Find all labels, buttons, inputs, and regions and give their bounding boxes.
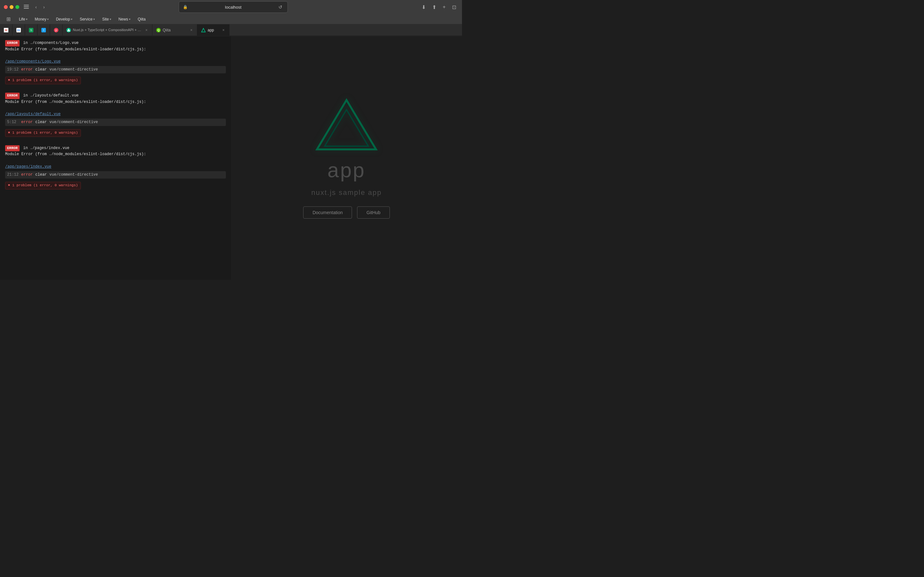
split-view-button[interactable]: ⊡ — [450, 3, 458, 11]
error-badge-2: ERROR — [5, 93, 19, 99]
directive-3: vue/comment-directive — [49, 172, 98, 178]
qiita-favicon: Q — [156, 28, 161, 32]
svg-rect-2 — [24, 8, 29, 9]
app-buttons: Documentation GitHub — [303, 206, 390, 219]
nav-arrow-service: ▾ — [94, 18, 95, 21]
keyword-error-1: error — [21, 67, 33, 73]
problem-line-1: ✖ 1 problem (1 error, 0 warnings) — [5, 77, 81, 84]
directive-2: vue/comment-directive — [49, 119, 98, 125]
code-line-1: 19:12 error clear vue/comment-directive — [5, 66, 226, 73]
back-button[interactable]: ‹ — [33, 3, 39, 11]
tab-close-nuxt[interactable]: × — [145, 28, 148, 32]
nuxt-favicon — [66, 28, 71, 32]
error-block-2: ERROR in ./layouts/default.vue Module Er… — [5, 93, 226, 139]
error-block-1: ERROR in ./components/Logo.vue Module Er… — [5, 40, 226, 86]
tab-close-qiita[interactable]: × — [190, 28, 193, 32]
sheets-favicon: S — [29, 28, 33, 32]
line-number-1: 19:12 — [7, 67, 19, 73]
shield-icon: 🔒 — [183, 5, 188, 9]
tab-sheets[interactable]: S — [25, 24, 37, 35]
nav-label-develop: Develop — [56, 17, 70, 21]
nav-arrow-money: ▾ — [47, 18, 49, 21]
gmail-favicon: M — [4, 28, 8, 32]
problem-line-3: ✖ 1 problem (1 error, 0 warnings) — [5, 182, 81, 189]
tab-close-app[interactable]: × — [222, 28, 225, 32]
new-tab-button[interactable]: + — [441, 3, 447, 11]
nav-item-life[interactable]: Life ▾ — [16, 16, 31, 23]
app-subtitle-display: nuxt.js sample app — [311, 189, 381, 197]
problem-line-2: ✖ 1 problem (1 error, 0 warnings) — [5, 129, 81, 137]
reload-button[interactable]: ↺ — [277, 3, 284, 11]
keyword-clear-3: clear — [35, 172, 47, 178]
tab-bar: M 31 S t p Nuxt.js + TypeScript + Compos… — [0, 24, 462, 36]
close-button[interactable] — [4, 5, 8, 9]
svg-marker-7 — [325, 110, 368, 146]
svg-rect-0 — [24, 5, 29, 5]
content-area: ERROR in ./components/Logo.vue Module Er… — [0, 36, 462, 280]
app-preview-pane: app nuxt.js sample app Documentation Git… — [231, 36, 462, 280]
nuxt-triangle-logo — [314, 97, 379, 152]
line-number-2: 5:12 — [7, 119, 19, 125]
nav-label-service: Service — [79, 17, 92, 21]
pocket-favicon: p — [54, 28, 58, 32]
problem-text-2: ✖ 1 problem (1 error, 0 warnings) — [8, 130, 78, 136]
tab-label-nuxt: Nuxt.js + TypeScript + CompositionAPI + … — [73, 27, 143, 32]
maximize-button[interactable] — [15, 5, 19, 9]
tab-calendar[interactable]: 31 — [13, 24, 25, 35]
nav-label-qiita: Qiita — [137, 17, 145, 21]
tab-nuxt[interactable]: Nuxt.js + TypeScript + CompositionAPI + … — [63, 24, 152, 35]
forward-button[interactable]: › — [41, 3, 47, 11]
module-error-2: Module Error (from ./node_modules/eslint… — [5, 99, 226, 105]
tab-app[interactable]: app × — [197, 24, 229, 35]
nav-label-site: Site — [102, 17, 109, 21]
keyword-clear-1: clear — [35, 67, 47, 73]
nav-item-qiita[interactable]: Qiita — [134, 16, 149, 23]
problem-text-3: ✖ 1 problem (1 error, 0 warnings) — [8, 183, 78, 189]
nav-item-develop[interactable]: Develop ▾ — [53, 16, 76, 23]
calendar-favicon: 31 — [16, 28, 21, 32]
nav-item-site[interactable]: Site ▾ — [99, 16, 115, 23]
file-link-1[interactable]: /app/components/Logo.vue — [5, 59, 61, 64]
error-line-1: ERROR in ./components/Logo.vue — [5, 40, 226, 47]
tab-label-app: app — [208, 28, 214, 32]
minimize-button[interactable] — [10, 5, 13, 9]
module-error-3: Module Error (from ./node_modules/eslint… — [5, 151, 226, 157]
error-line-2: ERROR in ./layouts/default.vue — [5, 93, 226, 99]
twitter-favicon: t — [41, 28, 46, 32]
nav-arrow-life: ▾ — [26, 18, 27, 21]
tab-pocket[interactable]: p — [50, 24, 63, 35]
tab-twitter[interactable]: t — [37, 24, 50, 35]
error-line-3: ERROR in ./pages/index.vue — [5, 145, 226, 152]
nav-item-service[interactable]: Service ▾ — [76, 16, 98, 23]
file-link-2[interactable]: /app/layouts/default.vue — [5, 112, 61, 116]
nav-arrow-news: ▾ — [129, 18, 131, 21]
github-button[interactable]: GitHub — [357, 206, 390, 219]
toolbar-right: ⬇ ⬆ + ⊡ — [420, 3, 458, 11]
error-block-3: ERROR in ./pages/index.vue Module Error … — [5, 145, 226, 191]
address-bar[interactable]: 🔒 localhost ↺ — [179, 1, 288, 13]
keyword-clear-2: clear — [35, 119, 47, 125]
file-link-3[interactable]: /app/pages/index.vue — [5, 164, 51, 169]
tab-qiita[interactable]: Q Qiita × — [152, 24, 197, 35]
nav-item-news[interactable]: News ▾ — [115, 16, 134, 23]
keyword-error-2: error — [21, 119, 33, 125]
problem-text-1: ✖ 1 problem (1 error, 0 warnings) — [8, 77, 78, 83]
tab-gmail[interactable]: M — [0, 24, 13, 35]
nav-item-money[interactable]: Money ▾ — [31, 16, 52, 23]
sidebar-toggle-button[interactable] — [22, 3, 31, 11]
module-error-1: Module Error (from ./node_modules/eslint… — [5, 47, 226, 53]
address-bar-container: 🔒 localhost ↺ — [49, 1, 417, 13]
address-text: localhost — [225, 5, 241, 10]
nav-bar: ⊞ Life ▾ Money ▾ Develop ▾ Service ▾ Sit… — [0, 14, 462, 24]
title-bar: ‹ › 🔒 localhost ↺ ⬇ ⬆ + ⊡ — [0, 0, 462, 14]
share-button[interactable]: ⬆ — [430, 3, 438, 11]
grid-menu-button[interactable]: ⊞ — [5, 15, 13, 23]
browser-chrome: ‹ › 🔒 localhost ↺ ⬇ ⬆ + ⊡ ⊞ Life ▾ Money… — [0, 0, 462, 36]
nav-label-life: Life — [19, 17, 25, 21]
download-button[interactable]: ⬇ — [420, 3, 428, 11]
svg-marker-3 — [67, 29, 70, 31]
documentation-button[interactable]: Documentation — [303, 206, 352, 219]
keyword-error-3: error — [21, 172, 33, 178]
svg-rect-1 — [24, 6, 29, 7]
error-location-2: in ./layouts/default.vue — [23, 93, 79, 98]
